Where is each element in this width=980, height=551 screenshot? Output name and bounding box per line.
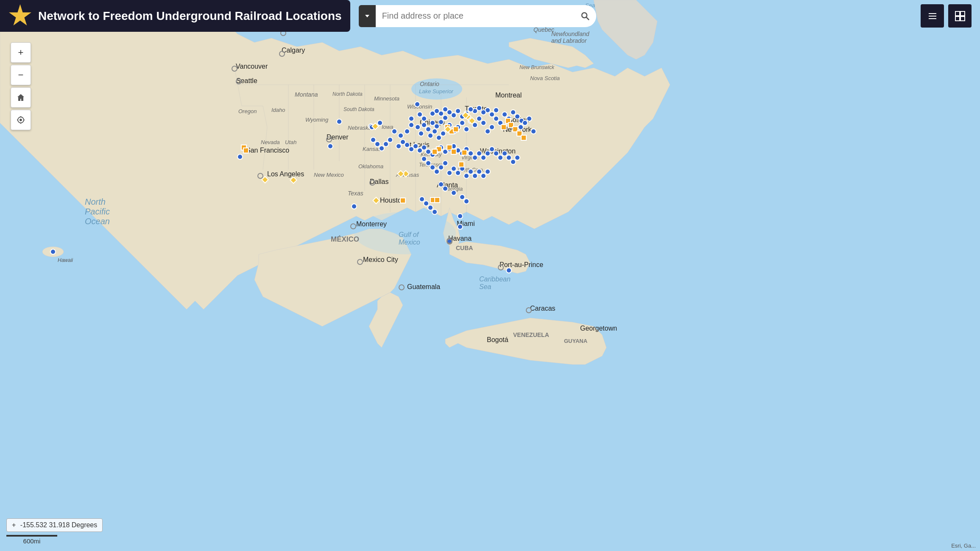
map-marker[interactable] bbox=[453, 126, 459, 132]
map-marker[interactable] bbox=[369, 180, 375, 186]
map-background bbox=[0, 0, 980, 551]
map-marker[interactable] bbox=[459, 120, 465, 126]
svg-point-18 bbox=[582, 13, 587, 18]
map-marker[interactable] bbox=[415, 124, 421, 130]
svg-rect-30 bbox=[960, 11, 965, 16]
coordinates-display: + -155.532 31.918 Degrees bbox=[6, 518, 103, 532]
map-marker[interactable] bbox=[489, 111, 495, 117]
map-marker[interactable] bbox=[480, 120, 486, 126]
coordinates-text: -155.532 31.918 Degrees bbox=[20, 521, 97, 529]
map-marker[interactable] bbox=[236, 78, 242, 84]
map-controls: + − bbox=[11, 42, 31, 130]
map-marker[interactable] bbox=[489, 124, 495, 130]
map-marker[interactable] bbox=[414, 101, 420, 107]
map-marker[interactable] bbox=[434, 108, 440, 114]
map-marker[interactable] bbox=[506, 267, 512, 273]
map-marker[interactable] bbox=[232, 66, 237, 72]
map-marker[interactable] bbox=[400, 198, 406, 203]
layers-button[interactable] bbox=[921, 4, 944, 28]
search-container bbox=[359, 5, 596, 27]
map-marker[interactable] bbox=[327, 143, 333, 149]
map-marker[interactable] bbox=[398, 133, 404, 139]
map-marker[interactable] bbox=[408, 116, 414, 122]
map-marker[interactable] bbox=[526, 116, 532, 122]
home-button[interactable] bbox=[11, 87, 31, 108]
map-marker[interactable] bbox=[421, 116, 427, 122]
map-marker[interactable] bbox=[432, 149, 438, 155]
map-marker[interactable] bbox=[442, 160, 448, 166]
map-marker[interactable] bbox=[336, 119, 342, 125]
map-marker[interactable] bbox=[379, 145, 385, 151]
svg-point-1 bbox=[411, 78, 462, 100]
map-marker[interactable] bbox=[50, 249, 56, 255]
map-marker[interactable] bbox=[351, 203, 357, 209]
map-marker[interactable] bbox=[374, 141, 380, 147]
search-dropdown-button[interactable] bbox=[359, 5, 376, 27]
map-marker[interactable] bbox=[458, 161, 464, 167]
map-container[interactable]: NorthPacificOcean Gulf ofMexico Caribbea… bbox=[0, 0, 980, 551]
map-marker[interactable] bbox=[425, 126, 431, 132]
map-marker[interactable] bbox=[404, 128, 410, 134]
basemap-button[interactable] bbox=[948, 4, 972, 28]
search-box bbox=[376, 5, 596, 27]
svg-point-16 bbox=[354, 212, 456, 254]
map-marker[interactable] bbox=[530, 128, 536, 134]
svg-rect-31 bbox=[955, 17, 960, 21]
svg-rect-32 bbox=[960, 17, 965, 21]
zoom-out-button[interactable]: − bbox=[11, 65, 31, 85]
map-marker[interactable] bbox=[432, 128, 438, 134]
map-marker[interactable] bbox=[326, 136, 332, 142]
logo-star bbox=[8, 4, 32, 28]
map-marker[interactable] bbox=[432, 209, 438, 215]
map-marker[interactable] bbox=[461, 150, 467, 156]
map-marker[interactable] bbox=[480, 109, 486, 115]
search-button[interactable] bbox=[574, 11, 596, 21]
title-bar: Network to Freedom Underground Railroad … bbox=[0, 0, 350, 32]
map-marker[interactable] bbox=[418, 131, 424, 136]
map-marker[interactable] bbox=[237, 154, 243, 160]
map-marker[interactable] bbox=[485, 169, 491, 175]
map-marker[interactable] bbox=[521, 135, 527, 141]
map-marker[interactable] bbox=[526, 307, 532, 313]
svg-rect-29 bbox=[955, 11, 960, 16]
zoom-in-button[interactable]: + bbox=[11, 42, 31, 63]
scale-bar: 600mi bbox=[6, 535, 57, 545]
app-title: Network to Freedom Underground Railroad … bbox=[38, 9, 342, 23]
locate-button[interactable] bbox=[11, 110, 31, 130]
map-marker[interactable] bbox=[408, 122, 414, 128]
map-marker[interactable] bbox=[457, 213, 463, 219]
map-marker[interactable] bbox=[370, 137, 376, 143]
right-controls bbox=[921, 4, 972, 28]
map-marker[interactable] bbox=[257, 173, 263, 179]
map-marker[interactable] bbox=[498, 264, 504, 270]
map-marker[interactable] bbox=[442, 186, 448, 192]
map-marker[interactable] bbox=[243, 147, 249, 153]
svg-point-21 bbox=[20, 119, 22, 121]
scale-label: 600mi bbox=[6, 537, 57, 545]
map-marker[interactable] bbox=[399, 284, 405, 290]
map-marker[interactable] bbox=[350, 223, 356, 229]
map-marker[interactable] bbox=[451, 190, 457, 196]
map-marker[interactable] bbox=[357, 259, 363, 265]
svg-line-19 bbox=[586, 17, 589, 20]
map-marker[interactable] bbox=[447, 238, 452, 244]
map-marker[interactable] bbox=[514, 155, 520, 161]
map-marker[interactable] bbox=[391, 128, 397, 134]
attribution: Esri, Ga... bbox=[951, 543, 976, 549]
map-marker[interactable] bbox=[451, 149, 457, 155]
search-input[interactable] bbox=[376, 11, 574, 21]
map-marker[interactable] bbox=[501, 124, 507, 130]
map-marker[interactable] bbox=[442, 115, 448, 121]
map-marker[interactable] bbox=[457, 224, 463, 230]
map-marker[interactable] bbox=[279, 51, 285, 57]
svg-marker-17 bbox=[365, 15, 369, 17]
map-marker[interactable] bbox=[463, 126, 469, 132]
map-marker[interactable] bbox=[463, 198, 469, 204]
map-marker[interactable] bbox=[434, 197, 440, 203]
scale-line bbox=[6, 535, 57, 537]
coords-toggle[interactable]: + bbox=[12, 521, 16, 529]
